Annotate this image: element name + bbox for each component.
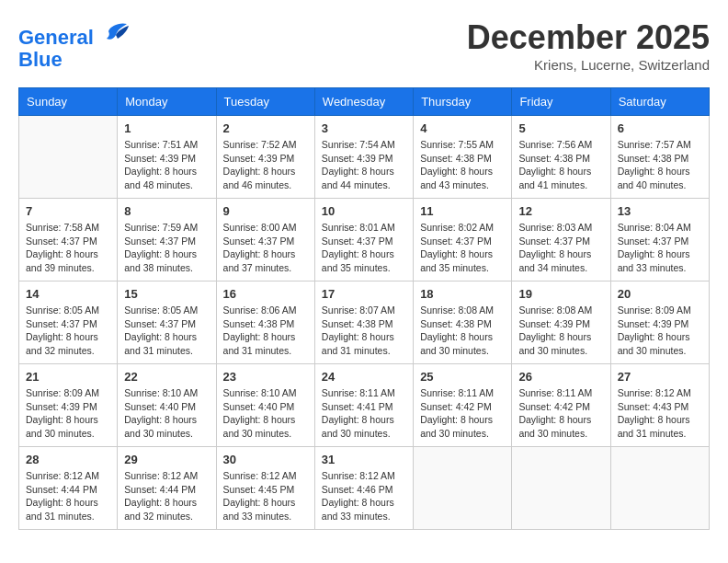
day-info: Sunrise: 8:11 AMSunset: 4:42 PMDaylight:… [420,386,505,441]
calendar-cell: 1Sunrise: 7:51 AMSunset: 4:39 PMDaylight… [118,116,216,199]
calendar-cell: 16Sunrise: 8:06 AMSunset: 4:38 PMDayligh… [216,282,314,364]
title-block: December 2025 Kriens, Lucerne, Switzerla… [467,18,710,73]
weekday-header-thursday: Thursday [414,88,512,116]
calendar-cell: 28Sunrise: 8:12 AMSunset: 4:44 PMDayligh… [19,447,118,530]
calendar-cell [414,447,512,530]
day-info: Sunrise: 8:05 AMSunset: 4:37 PMDaylight:… [26,304,110,358]
day-number: 4 [420,121,505,135]
day-info: Sunrise: 8:12 AMSunset: 4:45 PMDaylight:… [223,469,308,523]
calendar-cell [512,447,610,530]
day-info: Sunrise: 7:59 AMSunset: 4:37 PMDaylight:… [124,221,209,275]
day-number: 15 [124,287,209,301]
week-row-4: 21Sunrise: 8:09 AMSunset: 4:39 PMDayligh… [19,364,710,447]
weekday-header-saturday: Saturday [610,88,709,116]
logo-text2: Blue [18,49,129,71]
calendar-cell: 26Sunrise: 8:11 AMSunset: 4:42 PMDayligh… [512,364,610,447]
day-number: 17 [322,287,406,301]
day-number: 18 [420,287,505,301]
month-title: December 2025 [467,18,710,57]
day-info: Sunrise: 8:03 AMSunset: 4:37 PMDaylight:… [518,221,603,275]
day-info: Sunrise: 8:01 AMSunset: 4:37 PMDaylight:… [322,221,406,275]
day-info: Sunrise: 8:06 AMSunset: 4:38 PMDaylight:… [223,304,308,358]
week-row-2: 7Sunrise: 7:58 AMSunset: 4:37 PMDaylight… [19,199,710,282]
calendar-cell: 2Sunrise: 7:52 AMSunset: 4:39 PMDaylight… [216,116,314,199]
day-number: 6 [618,121,702,135]
calendar-cell: 20Sunrise: 8:09 AMSunset: 4:39 PMDayligh… [610,282,709,364]
day-number: 31 [322,453,406,466]
day-number: 13 [618,204,702,218]
day-info: Sunrise: 8:10 AMSunset: 4:40 PMDaylight:… [124,386,209,441]
day-number: 22 [124,370,209,384]
day-info: Sunrise: 8:07 AMSunset: 4:38 PMDaylight:… [322,304,406,358]
calendar-cell: 13Sunrise: 8:04 AMSunset: 4:37 PMDayligh… [610,199,709,282]
day-number: 5 [518,121,603,135]
day-info: Sunrise: 8:00 AMSunset: 4:37 PMDaylight:… [223,221,308,275]
logo-text: General [18,18,129,49]
calendar-cell: 12Sunrise: 8:03 AMSunset: 4:37 PMDayligh… [512,199,610,282]
day-number: 25 [420,370,505,384]
day-info: Sunrise: 8:02 AMSunset: 4:37 PMDaylight:… [420,221,505,275]
weekday-header-friday: Friday [512,88,610,116]
calendar-cell: 30Sunrise: 8:12 AMSunset: 4:45 PMDayligh… [216,447,314,530]
calendar-cell: 11Sunrise: 8:02 AMSunset: 4:37 PMDayligh… [414,199,512,282]
day-info: Sunrise: 8:12 AMSunset: 4:44 PMDaylight:… [26,469,110,523]
day-number: 24 [322,370,406,384]
calendar-cell: 8Sunrise: 7:59 AMSunset: 4:37 PMDaylight… [118,199,216,282]
day-number: 9 [223,204,308,218]
weekday-header-sunday: Sunday [19,88,118,116]
day-info: Sunrise: 8:11 AMSunset: 4:41 PMDaylight:… [322,386,406,441]
location: Kriens, Lucerne, Switzerland [467,57,710,73]
day-info: Sunrise: 7:55 AMSunset: 4:38 PMDaylight:… [420,138,505,192]
day-number: 28 [26,453,110,466]
day-info: Sunrise: 8:12 AMSunset: 4:46 PMDaylight:… [322,469,406,523]
calendar-cell: 22Sunrise: 8:10 AMSunset: 4:40 PMDayligh… [118,364,216,447]
day-info: Sunrise: 8:08 AMSunset: 4:39 PMDaylight:… [518,304,603,358]
day-number: 21 [26,370,110,384]
calendar-cell: 27Sunrise: 8:12 AMSunset: 4:43 PMDayligh… [610,364,709,447]
day-info: Sunrise: 7:58 AMSunset: 4:37 PMDaylight:… [26,221,110,275]
day-info: Sunrise: 7:52 AMSunset: 4:39 PMDaylight:… [223,138,308,192]
day-number: 7 [26,204,110,218]
logo-bird-icon [101,18,129,44]
logo: General Blue [18,18,129,71]
calendar-cell: 17Sunrise: 8:07 AMSunset: 4:38 PMDayligh… [314,282,413,364]
day-number: 30 [223,453,308,466]
calendar-cell: 4Sunrise: 7:55 AMSunset: 4:38 PMDaylight… [414,116,512,199]
day-number: 10 [322,204,406,218]
day-number: 19 [518,287,603,301]
day-number: 2 [223,121,308,135]
calendar-cell: 9Sunrise: 8:00 AMSunset: 4:37 PMDaylight… [216,199,314,282]
calendar-cell: 14Sunrise: 8:05 AMSunset: 4:37 PMDayligh… [19,282,118,364]
day-number: 14 [26,287,110,301]
day-number: 29 [124,453,209,466]
day-info: Sunrise: 7:56 AMSunset: 4:38 PMDaylight:… [518,138,603,192]
calendar-cell: 19Sunrise: 8:08 AMSunset: 4:39 PMDayligh… [512,282,610,364]
calendar-cell: 7Sunrise: 7:58 AMSunset: 4:37 PMDaylight… [19,199,118,282]
calendar-cell: 31Sunrise: 8:12 AMSunset: 4:46 PMDayligh… [314,447,413,530]
day-number: 20 [618,287,702,301]
day-info: Sunrise: 7:54 AMSunset: 4:39 PMDaylight:… [322,138,406,192]
day-number: 1 [124,121,209,135]
weekday-header-monday: Monday [118,88,216,116]
calendar-cell: 3Sunrise: 7:54 AMSunset: 4:39 PMDaylight… [314,116,413,199]
calendar-cell: 10Sunrise: 8:01 AMSunset: 4:37 PMDayligh… [314,199,413,282]
day-info: Sunrise: 8:09 AMSunset: 4:39 PMDaylight:… [26,386,110,441]
day-info: Sunrise: 8:12 AMSunset: 4:43 PMDaylight:… [618,386,702,441]
calendar-cell [19,116,118,199]
week-row-5: 28Sunrise: 8:12 AMSunset: 4:44 PMDayligh… [19,447,710,530]
day-number: 16 [223,287,308,301]
calendar-cell: 23Sunrise: 8:10 AMSunset: 4:40 PMDayligh… [216,364,314,447]
calendar-cell [610,447,709,530]
day-number: 3 [322,121,406,135]
day-info: Sunrise: 8:05 AMSunset: 4:37 PMDaylight:… [124,304,209,358]
calendar-cell: 18Sunrise: 8:08 AMSunset: 4:38 PMDayligh… [414,282,512,364]
day-number: 12 [518,204,603,218]
calendar-cell: 25Sunrise: 8:11 AMSunset: 4:42 PMDayligh… [414,364,512,447]
day-info: Sunrise: 8:08 AMSunset: 4:38 PMDaylight:… [420,304,505,358]
day-number: 11 [420,204,505,218]
calendar-cell: 6Sunrise: 7:57 AMSunset: 4:38 PMDaylight… [610,116,709,199]
day-info: Sunrise: 8:10 AMSunset: 4:40 PMDaylight:… [223,386,308,441]
week-row-3: 14Sunrise: 8:05 AMSunset: 4:37 PMDayligh… [19,282,710,364]
day-info: Sunrise: 8:11 AMSunset: 4:42 PMDaylight:… [518,386,603,441]
day-info: Sunrise: 7:57 AMSunset: 4:38 PMDaylight:… [618,138,702,192]
